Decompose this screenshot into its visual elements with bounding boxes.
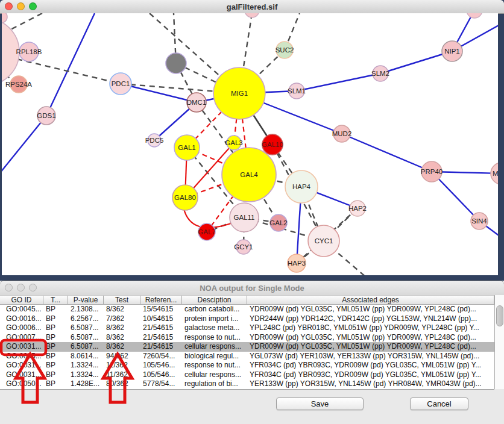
network-edge bbox=[297, 73, 380, 91]
close-button-icon[interactable] bbox=[5, 284, 13, 292]
table-cell: GO:0031... bbox=[0, 361, 43, 370]
table-body: GO:0045...BP2.1308...8/36215/54615carbon… bbox=[0, 305, 494, 389]
node-label: MSL1 bbox=[493, 170, 498, 177]
table-cell: 21/54615 bbox=[140, 342, 182, 352]
node-label: GCY1 bbox=[234, 243, 253, 251]
table-cell: GO:0045... bbox=[0, 305, 43, 314]
node-unlabeled[interactable] bbox=[245, 13, 259, 17]
network-edge bbox=[7, 13, 42, 31]
node-label: PDC1 bbox=[112, 80, 130, 87]
network-graph: RPL18BRPS24AGDS1PDC1DMC1MIG1SUC2SLM1SLM2… bbox=[2, 13, 498, 275]
cancel-button[interactable]: Cancel bbox=[410, 398, 468, 410]
column-header[interactable]: Referen... bbox=[140, 296, 182, 304]
table-cell: 7/362 bbox=[104, 314, 140, 324]
node-label: GDS1 bbox=[37, 112, 55, 119]
table-cell: GO:0065... bbox=[0, 352, 43, 361]
table-cell: cellular respons... bbox=[182, 342, 247, 352]
node-label: MIG1 bbox=[231, 90, 248, 97]
table-cell: 80/362 bbox=[104, 379, 140, 389]
table-row[interactable]: GO:0031...BP1.3324...11/362105/546...res… bbox=[0, 361, 494, 370]
close-button-icon[interactable] bbox=[5, 2, 13, 10]
node-label: GAL80 bbox=[174, 194, 196, 201]
table-cell: BP bbox=[43, 361, 68, 370]
node-label: SLM1 bbox=[288, 87, 306, 95]
table-cell: BP bbox=[43, 379, 68, 389]
node-label: PRP40 bbox=[421, 168, 443, 175]
node-label: DMC1 bbox=[187, 99, 207, 106]
table-cell: 1.3324... bbox=[68, 370, 104, 380]
node-label: SUC2 bbox=[276, 46, 294, 54]
table-cell: 5778/54... bbox=[140, 379, 182, 389]
table-row[interactable]: GO:0031...BP6.5087...8/36221/54615cellul… bbox=[0, 342, 494, 352]
node-unlabeled[interactable] bbox=[467, 13, 482, 18]
table-cell: GO:0050... bbox=[0, 379, 43, 389]
noa-output-window: NOA output for Single Mode GO IDT...P-va… bbox=[0, 281, 504, 424]
node-unlabeled[interactable] bbox=[2, 13, 7, 23]
table-cell: BP bbox=[43, 342, 68, 352]
table-cell: 105/546... bbox=[140, 361, 182, 370]
node-label: GAL3 bbox=[225, 139, 242, 146]
table-cell: response to nut... bbox=[182, 361, 247, 370]
table-cell: 1.428E... bbox=[68, 379, 104, 389]
table-row[interactable]: GO:0045...BP2.1308...8/36215/54615carbon… bbox=[0, 305, 494, 314]
table-row[interactable]: GO:0006...BP6.5087...8/36221/54615galact… bbox=[0, 323, 494, 333]
table-row[interactable]: GO:0050...BP1.428E...80/3625778/54...reg… bbox=[0, 379, 494, 389]
table-cell: 21/54615 bbox=[140, 323, 182, 333]
network-titlebar[interactable]: galFiltered.sif bbox=[0, 0, 504, 14]
table-cell: response to nut... bbox=[182, 333, 247, 343]
minimize-button-icon[interactable] bbox=[17, 284, 25, 292]
node-label: GAL2 bbox=[269, 219, 287, 226]
table-cell: YER133W (pp) YOR315W, YNL145W (pd) YHR08… bbox=[247, 379, 494, 389]
table-cell: 10/54615 bbox=[140, 314, 182, 324]
column-header[interactable]: P-value bbox=[68, 296, 104, 304]
network-window: galFiltered.sif RPL18BRPS24AGDS1PDC1DMC1… bbox=[0, 0, 504, 281]
node-label: PDC5 bbox=[145, 137, 164, 144]
node-label: NIP1 bbox=[444, 48, 460, 55]
node-label: HAP4 bbox=[292, 183, 311, 190]
table-cell: regulation of bi... bbox=[182, 379, 247, 389]
table-cell: 8/362 bbox=[104, 305, 140, 314]
node-unlabeled[interactable] bbox=[166, 53, 186, 73]
node-label: HAP2 bbox=[348, 205, 367, 212]
table-cell: 1.3324... bbox=[68, 361, 104, 370]
network-edge bbox=[342, 134, 432, 172]
table-cell: BP bbox=[43, 314, 68, 324]
column-header[interactable]: Associated edges bbox=[247, 296, 494, 304]
table-cell: BP bbox=[43, 333, 68, 343]
table-row[interactable]: GO:0007...BP6.5087...8/36221/54615respon… bbox=[0, 333, 494, 343]
table-cell: GO:0031... bbox=[0, 342, 43, 352]
table-row[interactable]: GO:0031...BP1.3324...11/362105/546...cel… bbox=[0, 370, 494, 380]
inactive-traffic-lights bbox=[5, 284, 37, 292]
scrollbar-thumb[interactable] bbox=[496, 305, 503, 326]
zoom-button-icon[interactable] bbox=[29, 284, 37, 292]
node-label: SLM2 bbox=[371, 70, 389, 77]
network-edge bbox=[121, 84, 197, 102]
vertical-scrollbar[interactable] bbox=[494, 295, 504, 389]
table-cell: 7260/54... bbox=[140, 352, 182, 361]
table-cell: 8.0614... bbox=[68, 352, 104, 361]
column-header[interactable]: GO ID bbox=[0, 296, 43, 304]
save-button[interactable]: Save bbox=[276, 398, 364, 410]
column-header[interactable]: T... bbox=[43, 296, 68, 304]
table-cell: 6.5087... bbox=[68, 333, 104, 343]
column-header[interactable]: Desciption bbox=[182, 296, 247, 304]
node-label: RPL18B bbox=[16, 48, 42, 55]
node-label: GAL4 bbox=[240, 171, 258, 178]
table-row[interactable]: GO:0016...BP6.2567...7/36210/54615protei… bbox=[0, 314, 494, 324]
table-cell: YDR009W (pd) YGL035C, YML051W (pp) YDR00… bbox=[247, 342, 494, 352]
table-cell: 8/362 bbox=[104, 333, 140, 343]
table-cell: YDR244W (pp) YDR142C, YDR142C (pp) YGL15… bbox=[247, 314, 494, 324]
column-header[interactable]: Test bbox=[104, 296, 140, 304]
results-table: GO IDT...P-valueTestReferen...Desciption… bbox=[0, 295, 494, 390]
table-cell: 21/54615 bbox=[140, 333, 182, 343]
minimize-button-icon[interactable] bbox=[17, 2, 25, 10]
network-edge bbox=[46, 13, 95, 116]
zoom-button-icon[interactable] bbox=[29, 2, 37, 10]
noa-titlebar[interactable]: NOA output for Single Mode bbox=[0, 281, 504, 296]
table-cell: carbon cataboli... bbox=[182, 305, 247, 314]
table-row[interactable]: GO:0065...BP8.0614...94/3627260/54...bio… bbox=[0, 352, 494, 361]
network-canvas[interactable]: RPL18BRPS24AGDS1PDC1DMC1MIG1SUC2SLM1SLM2… bbox=[2, 13, 498, 275]
table-cell: protein import i... bbox=[182, 314, 247, 324]
network-window-title: galFiltered.sif bbox=[227, 2, 278, 11]
table-cell: 8/362 bbox=[104, 323, 140, 333]
